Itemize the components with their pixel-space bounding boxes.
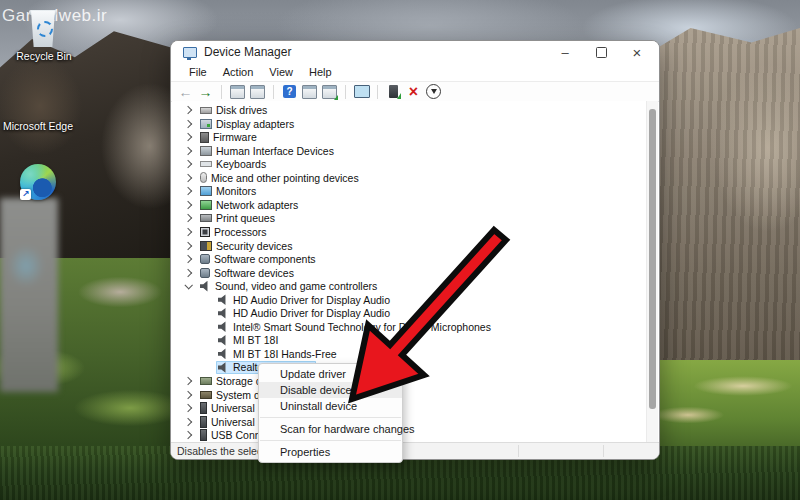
minimize-button[interactable]: – bbox=[547, 41, 583, 63]
close-button[interactable]: × bbox=[619, 41, 655, 63]
desktop-icon-microsoft-edge[interactable]: ↗ Microsoft Edge bbox=[0, 80, 90, 160]
tree-item-mice-and-other-pointing-devices[interactable]: Mice and other pointing devices bbox=[172, 171, 644, 185]
tree-item-firmware[interactable]: Firmware bbox=[172, 130, 644, 144]
tree-item-mi-bt-18i[interactable]: MI BT 18I bbox=[172, 333, 644, 347]
tree-item-network-adapters[interactable]: Network adapters bbox=[172, 198, 644, 212]
context-menu-item-scan-for-hardware-changes[interactable]: Scan for hardware changes bbox=[259, 421, 402, 437]
chevron-right-icon[interactable] bbox=[184, 174, 192, 182]
toolbar-separator bbox=[221, 85, 222, 99]
chevron-right-icon[interactable] bbox=[184, 119, 192, 127]
toolbar-help-button[interactable]: ? bbox=[281, 84, 298, 99]
tree-item-software-components[interactable]: Software components bbox=[172, 252, 644, 266]
chevron-right-icon[interactable] bbox=[184, 187, 192, 195]
tree-item-print-queues[interactable]: Print queues bbox=[172, 211, 644, 225]
tree-item-intel-smart-sound-technology-for-digital-microphones[interactable]: Intel® Smart Sound Technology for Digita… bbox=[172, 320, 644, 334]
cpu-icon bbox=[200, 227, 210, 237]
tree-item-label: Disk drives bbox=[216, 104, 267, 116]
device-pane-icon bbox=[302, 85, 317, 99]
tree-item-processors[interactable]: Processors bbox=[172, 225, 644, 239]
tree-item-security-devices[interactable]: Security devices bbox=[172, 239, 644, 253]
sound-icon bbox=[218, 308, 229, 319]
status-bar: Disables the selected device. bbox=[171, 442, 659, 459]
tree-item-disk-drives[interactable]: Disk drives bbox=[172, 103, 644, 117]
context-menu-item-uninstall-device[interactable]: Uninstall device bbox=[259, 398, 402, 414]
menu-bar: FileActionViewHelp bbox=[171, 63, 659, 82]
update-driver-icon bbox=[389, 85, 398, 98]
toolbar-device-pane-button[interactable] bbox=[301, 84, 318, 99]
chevron-right-icon[interactable] bbox=[184, 377, 192, 385]
tree-item-hd-audio-driver-for-display-audio[interactable]: HD Audio Driver for Display Audio bbox=[172, 306, 644, 320]
menu-action[interactable]: Action bbox=[215, 66, 262, 78]
sound-icon bbox=[200, 281, 211, 292]
shortcut-arrow-icon: ↗ bbox=[20, 189, 31, 200]
scan-hardware-icon bbox=[322, 85, 337, 99]
chevron-right-icon[interactable] bbox=[184, 133, 192, 141]
toolbar-properties-pane-button[interactable] bbox=[249, 84, 266, 99]
usb-icon bbox=[200, 429, 207, 441]
tree-item-display-adapters[interactable]: Display adapters bbox=[172, 117, 644, 131]
tree-item-storage-controllers[interactable]: Storage controllers bbox=[172, 374, 644, 388]
chevron-right-icon[interactable] bbox=[184, 241, 192, 249]
context-menu-item-properties[interactable]: Properties bbox=[259, 444, 402, 460]
tree-item-human-interface-devices[interactable]: Human Interface Devices bbox=[172, 144, 644, 158]
chevron-right-icon[interactable] bbox=[184, 228, 192, 236]
toolbar-separator bbox=[273, 85, 274, 99]
tree-item-mi-bt-18i-hands-free[interactable]: MI BT 18I Hands-Free bbox=[172, 347, 644, 361]
titlebar[interactable]: Device Manager – × bbox=[171, 41, 659, 63]
tree-item-universal-serial-bus-controllers[interactable]: Universal Serial Bus controllers bbox=[172, 401, 644, 415]
chevron-right-icon[interactable] bbox=[184, 431, 192, 439]
menu-file[interactable]: File bbox=[181, 66, 215, 78]
tree-item-system-devices[interactable]: System devices bbox=[172, 388, 644, 402]
toolbar-remote-monitor-button[interactable] bbox=[353, 84, 370, 99]
context-menu-item-disable-device[interactable]: Disable device bbox=[259, 382, 402, 398]
chevron-right-icon[interactable] bbox=[184, 417, 192, 425]
chevron-right-icon[interactable] bbox=[184, 146, 192, 154]
toolbar-separator bbox=[377, 85, 378, 99]
toolbar-update-driver-button[interactable] bbox=[385, 84, 402, 99]
toolbar-show-console-tree-button[interactable] bbox=[229, 84, 246, 99]
disable-device-icon bbox=[426, 84, 441, 99]
tree-item-label: Print queues bbox=[216, 212, 275, 224]
chevron-right-icon[interactable] bbox=[184, 255, 192, 263]
chevron-down-icon[interactable] bbox=[184, 281, 192, 289]
blurred-region bbox=[0, 198, 58, 392]
menu-view[interactable]: View bbox=[261, 66, 301, 78]
desktop-icon-recycle-bin[interactable]: Recycle Bin bbox=[0, 0, 90, 70]
tree-item-content: Software components bbox=[198, 253, 320, 266]
tree-item-content: Firmware bbox=[198, 131, 261, 144]
tree-item-label: Monitors bbox=[216, 185, 256, 197]
maximize-button[interactable] bbox=[583, 41, 619, 63]
tree-item-content: Keyboards bbox=[198, 158, 270, 171]
menu-help[interactable]: Help bbox=[301, 66, 340, 78]
chevron-right-icon[interactable] bbox=[184, 268, 192, 276]
toolbar-uninstall-device-button[interactable]: × bbox=[405, 84, 422, 99]
chevron-right-icon[interactable] bbox=[184, 201, 192, 209]
tree-item-content: Intel® Smart Sound Technology for Digita… bbox=[216, 320, 495, 333]
tree-item-label: Keyboards bbox=[216, 158, 266, 170]
tree-item-label: Network adapters bbox=[216, 199, 298, 211]
device-manager-window: Device Manager – × FileActionViewHelp ←→… bbox=[170, 40, 660, 460]
chevron-right-icon[interactable] bbox=[184, 160, 192, 168]
chevron-right-icon[interactable] bbox=[184, 214, 192, 222]
tree-item-sound-video-and-game-controllers[interactable]: Sound, video and game controllers bbox=[172, 279, 644, 293]
toolbar-back-button[interactable]: ← bbox=[177, 84, 194, 99]
chevron-right-icon[interactable] bbox=[184, 390, 192, 398]
toolbar-forward-button[interactable]: → bbox=[197, 84, 214, 99]
scrollbar[interactable] bbox=[646, 101, 658, 443]
toolbar: ←→?× bbox=[171, 82, 659, 102]
tree-item-hd-audio-driver-for-display-audio[interactable]: HD Audio Driver for Display Audio bbox=[172, 293, 644, 307]
chevron-right-icon[interactable] bbox=[184, 404, 192, 412]
tree-item-monitors[interactable]: Monitors bbox=[172, 184, 644, 198]
chevron-right-icon[interactable] bbox=[184, 106, 192, 114]
usb-icon bbox=[200, 402, 207, 414]
tree-item-keyboards[interactable]: Keyboards bbox=[172, 157, 644, 171]
tree-item-software-devices[interactable]: Software devices bbox=[172, 266, 644, 280]
tree-item-realtek-r-audio[interactable]: Realtek(R) Audio bbox=[172, 360, 644, 374]
scrollbar-thumb[interactable] bbox=[649, 109, 656, 409]
tree-item-content: Disk drives bbox=[198, 104, 271, 117]
tree-item-content: Mice and other pointing devices bbox=[198, 171, 363, 184]
context-menu-item-update-driver[interactable]: Update driver bbox=[259, 366, 402, 382]
toolbar-disable-device-button[interactable] bbox=[425, 84, 442, 99]
toolbar-scan-hardware-button[interactable] bbox=[321, 84, 338, 99]
mouse-icon bbox=[200, 172, 207, 183]
